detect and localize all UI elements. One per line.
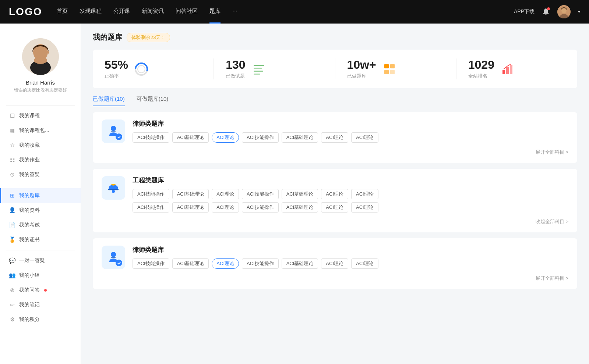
bar-rank-icon: [500, 62, 515, 76]
bank-tag[interactable]: ACI理论: [351, 189, 378, 199]
svg-point-25: [112, 190, 115, 193]
sidebar-item-groups[interactable]: 👥 我的小组: [0, 268, 81, 283]
bank-tag[interactable]: ACI技能操作: [242, 189, 279, 199]
nav-discover[interactable]: 发现课程: [80, 8, 102, 16]
nav-home[interactable]: 首页: [57, 8, 68, 16]
bank-tag-selected[interactable]: ACI理论: [212, 258, 239, 269]
avatar[interactable]: [557, 5, 571, 18]
grid-chart-icon: [382, 62, 397, 76]
sidebar-item-materials[interactable]: 👤 我的资料: [0, 203, 81, 218]
bank-expand-1[interactable]: 展开全部科目 >: [102, 149, 568, 156]
sidebar-item-points[interactable]: ⚙ 我的积分: [0, 312, 81, 327]
bank-tag[interactable]: ACI基础理论: [282, 258, 318, 269]
sidebar-item-homework[interactable]: ☷ 我的作业: [0, 153, 81, 167]
check-badge-1: [116, 133, 122, 140]
svg-rect-18: [502, 70, 505, 74]
bank-tag[interactable]: ACI技能操作: [242, 132, 279, 143]
svg-rect-20: [510, 65, 512, 74]
nav-more[interactable]: ···: [232, 8, 237, 16]
sidebar-avatar[interactable]: [22, 38, 59, 75]
svg-point-21: [111, 126, 116, 131]
bank-tag[interactable]: ACI理论: [351, 258, 378, 269]
nav-right: APP下载 ▾: [514, 5, 580, 18]
stat-accuracy: 55% 正确率: [105, 58, 214, 79]
bank-tag[interactable]: ACI技能操作: [242, 258, 279, 269]
nav-question-bank[interactable]: 题库: [209, 8, 221, 16]
qa-icon: ⊚: [9, 287, 15, 293]
bank-tag[interactable]: ACI技能操作: [133, 132, 169, 143]
sidebar-item-one-on-one[interactable]: 💬 一对一答疑: [0, 253, 81, 268]
bank-expand-3[interactable]: 展开全部科目 >: [102, 275, 568, 282]
bank-tag[interactable]: ACI基础理论: [282, 132, 318, 143]
list-chart-icon: [251, 62, 266, 76]
svg-point-6: [34, 57, 47, 64]
pie-chart-icon: [134, 62, 149, 76]
svg-rect-17: [390, 70, 395, 74]
page-title: 我的题库: [93, 32, 122, 42]
bank-tag[interactable]: ACI基础理论: [282, 202, 318, 213]
bank-tag[interactable]: ACI技能操作: [133, 189, 169, 199]
notification-bell[interactable]: [542, 7, 550, 17]
bank-tag[interactable]: ACI理论: [321, 189, 348, 199]
bank-tag-selected[interactable]: ACI理论: [212, 132, 239, 143]
sidebar-item-my-qa[interactable]: ⊚ 我的问答: [0, 283, 81, 297]
bank-expand-2[interactable]: 收起全部科目 >: [102, 218, 568, 225]
nav-qa[interactable]: 问答社区: [176, 8, 198, 16]
bank-tag[interactable]: ACI理论: [351, 132, 378, 143]
stat-accuracy-value: 55%: [105, 58, 128, 71]
tab-available[interactable]: 可做题库(10): [137, 96, 169, 106]
bank-tag[interactable]: ACI技能操作: [242, 202, 279, 213]
note-icon: ☷: [9, 157, 15, 163]
app-download-link[interactable]: APP下载: [514, 8, 535, 15]
bank-tag[interactable]: ACI理论: [212, 202, 239, 213]
question-icon: ⊙: [9, 171, 15, 178]
table-icon: ⊞: [9, 192, 15, 199]
bank-tag[interactable]: ACI理论: [321, 132, 348, 143]
bank-tag[interactable]: ACI基础理论: [172, 258, 209, 269]
bank-tag[interactable]: ACI理论: [212, 189, 239, 199]
main-content: 我的题库 体验剩余23天！ 55% 正确率: [81, 24, 589, 364]
bank-tag[interactable]: ACI技能操作: [133, 258, 169, 269]
nav-news[interactable]: 新闻资讯: [142, 8, 164, 16]
bank-card-2-header: 工程类题库 ACI技能操作 ACI基础理论 ACI理论 ACI技能操作 ACI基…: [102, 176, 568, 213]
avatar-image: [557, 5, 571, 18]
sidebar-item-notes[interactable]: ✏ 我的笔记: [0, 297, 81, 312]
stat-questions-text: 130 已做试题: [226, 58, 245, 79]
sidebar-item-favorites[interactable]: ☆ 我的收藏: [0, 138, 81, 153]
stat-rank-label: 全站排名: [468, 73, 494, 79]
bank-tag[interactable]: ACI基础理论: [172, 132, 209, 143]
bank-tag[interactable]: ACI理论: [321, 202, 348, 213]
svg-rect-19: [506, 67, 509, 74]
sidebar-item-questions[interactable]: ⊙ 我的答疑: [0, 167, 81, 182]
sidebar: Brian Harris 错误的决定比没有决定要好 ☐ 我的课程 ▦ 我的课程包…: [0, 24, 81, 364]
bank-tag[interactable]: ACI基础理论: [172, 202, 209, 213]
file-icon: ☐: [9, 113, 15, 119]
bank-tag[interactable]: ACI基础理论: [282, 189, 318, 199]
trial-badge: 体验剩余23天！: [127, 33, 170, 42]
bank-tag[interactable]: ACI理论: [351, 202, 378, 213]
qa-red-dot: [44, 289, 47, 292]
sidebar-item-exams[interactable]: 📄 我的考试: [0, 218, 81, 232]
bank-tag[interactable]: ACI基础理论: [172, 189, 209, 199]
sidebar-item-certificates[interactable]: 🏅 我的证书: [0, 232, 81, 247]
sidebar-divider-3: [6, 250, 75, 250]
svg-rect-15: [390, 64, 395, 68]
page-layout: Brian Harris 错误的决定比没有决定要好 ☐ 我的课程 ▦ 我的课程包…: [0, 0, 589, 364]
bank-tag[interactable]: ACI理论: [321, 258, 348, 269]
sidebar-item-question-bank[interactable]: ⊞ 我的题库: [0, 188, 81, 203]
sidebar-menu: ☐ 我的课程 ▦ 我的课程包... ☆ 我的收藏 ☷ 我的作业 ⊙ 我的答疑 ⊞: [0, 108, 81, 327]
tab-done[interactable]: 已做题库(10): [93, 96, 125, 106]
nav-open-course[interactable]: 公开课: [113, 8, 130, 16]
svg-rect-14: [384, 64, 389, 68]
svg-rect-27: [111, 257, 116, 258]
bank-card-2-tags-row2: ACI技能操作 ACI基础理论 ACI理论 ACI技能操作 ACI基础理论 AC…: [133, 202, 568, 213]
sidebar-divider-1: [6, 105, 75, 106]
user-dropdown-arrow[interactable]: ▾: [578, 9, 580, 14]
sidebar-item-my-course[interactable]: ☐ 我的课程: [0, 108, 81, 123]
stat-questions-value: 130: [226, 58, 245, 71]
bank-tag[interactable]: ACI技能操作: [133, 202, 169, 213]
stat-banks: 10w+ 已做题库: [347, 58, 456, 79]
sidebar-item-course-package[interactable]: ▦ 我的课程包...: [0, 123, 81, 138]
svg-rect-13: [254, 74, 260, 75]
stat-accuracy-label: 正确率: [105, 73, 128, 79]
